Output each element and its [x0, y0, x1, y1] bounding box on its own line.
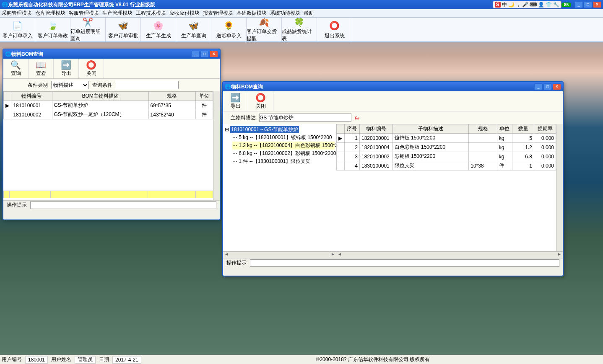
- ime-user-icon: 👤: [538, 2, 544, 8]
- toolbar-label-8: 成品缺货统计表: [282, 28, 317, 42]
- win2-row-0[interactable]: ▶11820100001镀锌板 1500*2200kg50.000: [337, 134, 556, 143]
- toolbar-button-0[interactable]: 📄客户订单录入: [0, 18, 35, 41]
- app-title: 东莞乐视自动化科技有限公司ERP生产管理系统 V8.01 行业超级版: [8, 1, 155, 8]
- col-material-code2[interactable]: 物料编号: [360, 124, 393, 134]
- toolbar-icon-4: 🌸: [153, 20, 164, 31]
- window1-toolbar: 🔍查询📖查看➡️导出⭕关闭: [3, 59, 220, 79]
- toolbar-icon-7: 🍂: [258, 17, 270, 27]
- toolbar-icon-5: 🦋: [188, 20, 200, 31]
- status-indicator: 85: [561, 3, 571, 7]
- toolbar-button-6[interactable]: 🌻送货单录入: [211, 18, 247, 41]
- win1-tb-0[interactable]: 🔍查询: [3, 59, 29, 78]
- window1-icon: 🌐: [5, 51, 11, 57]
- window1-maximize-button[interactable]: □: [200, 51, 209, 57]
- filter-cond-input[interactable]: [116, 81, 179, 89]
- window2-grid[interactable]: 序号 物料编号 子物料描述 规格 单位 数量 损耗率 ▶11820100001镀…: [336, 124, 563, 251]
- menu-item-9[interactable]: 帮助: [302, 10, 315, 17]
- filter-cond-label: 查询条件: [92, 82, 112, 89]
- ime-wrench-icon: 🔧: [553, 2, 559, 8]
- col-child-desc[interactable]: 子物料描述: [392, 124, 469, 134]
- toolbar-button-3[interactable]: 🦋客户订单审批: [106, 18, 141, 41]
- app-icon: 🌐: [2, 2, 8, 8]
- toolbar-button-9[interactable]: ⭕退出系统: [317, 18, 352, 41]
- col-qty[interactable]: 数量: [512, 124, 534, 134]
- menu-item-1[interactable]: 仓库管理模块: [34, 10, 67, 17]
- win1-row-1[interactable]: 1810100002GS-节能双炒一尾炉（120CM）143*82*40件: [4, 110, 213, 119]
- ime-toolbar[interactable]: S 中 🌙 ， 🎤 ⌨ 👤 👕 🔧: [493, 1, 561, 8]
- win2-tb-0[interactable]: ➡️导出: [223, 91, 248, 111]
- toolbar-icon-3: 🦋: [117, 20, 129, 31]
- toolbar-label-2: 订单进度明细查询: [70, 28, 105, 42]
- toolbar-button-2[interactable]: ✂️订单进度明细查询: [70, 18, 106, 41]
- menu-item-8[interactable]: 系统功能模块: [268, 10, 302, 17]
- col-unit[interactable]: 单位: [196, 92, 213, 101]
- win2-tb-label-0: 导出: [231, 103, 241, 110]
- win1-tb-2[interactable]: ➡️导出: [54, 59, 79, 78]
- col-seq[interactable]: 序号: [344, 124, 359, 134]
- col-unit2[interactable]: 单位: [497, 124, 512, 134]
- window2-title: 物料BOM查询: [231, 83, 263, 90]
- col-material-code[interactable]: 物料编号: [11, 92, 52, 101]
- col-spec2[interactable]: 规格: [469, 124, 497, 134]
- close-button[interactable]: ×: [593, 1, 601, 8]
- ime-mic-icon: 🎤: [522, 2, 528, 8]
- ime-shirt-icon: 👕: [546, 2, 552, 8]
- toolbar-button-8[interactable]: 🍀成品缺货统计表: [282, 18, 317, 41]
- tree-child-3[interactable]: ⋯ 1 件 --【1830100001】限位支架: [232, 157, 335, 165]
- win1-tb-3[interactable]: ⭕关闭: [79, 59, 104, 78]
- footer-userid-label: 用户编号: [2, 356, 22, 363]
- menu-item-0[interactable]: 采购管理模块: [0, 10, 34, 17]
- toolbar-button-1[interactable]: 🍃客户订单修改: [35, 18, 70, 41]
- window1-grid[interactable]: 物料编号 BOM主物料描述 规格 单位 ▶1810100001GS-节能单炒炉6…: [3, 91, 220, 200]
- tree-child-2[interactable]: ⋯ 6.8 kg --【1820100002】彩钢板 1500*2200: [232, 150, 335, 157]
- main-material-input[interactable]: [259, 114, 351, 122]
- tree-hscroll[interactable]: [223, 251, 336, 258]
- window1-vscroll[interactable]: [213, 91, 220, 200]
- win2-row-3[interactable]: 41830100001限位支架10*38件10.000: [337, 161, 556, 170]
- window2-maximize-button[interactable]: □: [543, 83, 552, 90]
- bom-query-window-2: 🌐 物料BOM查询 _ □ × ➡️导出⭕关闭 主物料描述 🗂 ⊟ 181010…: [222, 81, 564, 276]
- toolbar-button-5[interactable]: 🦋生产单查询: [176, 18, 211, 41]
- col-loss[interactable]: 损耗率: [534, 124, 556, 134]
- col-spec[interactable]: 规格: [148, 92, 195, 101]
- menu-item-2[interactable]: 客服管理模块: [67, 10, 101, 17]
- maximize-button[interactable]: □: [584, 1, 592, 8]
- ime-comma-icon: ，: [516, 1, 521, 8]
- col-bom-desc[interactable]: BOM主物料描述: [52, 92, 148, 101]
- filter-type-label: 条件类别: [28, 82, 48, 89]
- window1-title: 物料BOM查询: [11, 51, 43, 58]
- win2-tb-label-1: 关闭: [256, 103, 266, 110]
- tree-root[interactable]: ⊟ 1810100001→GS-节能单炒炉: [225, 126, 335, 134]
- window1-minimize-button[interactable]: _: [191, 51, 200, 57]
- toolbar-label-4: 生产单生成: [146, 32, 171, 39]
- lookup-icon[interactable]: 🗂: [355, 115, 360, 121]
- win1-tb-1[interactable]: 📖查看: [29, 59, 54, 78]
- win2-row-2[interactable]: 31820100002彩钢板 1500*2200kg6.80.000: [337, 152, 556, 161]
- toolbar-button-7[interactable]: 🍂客户订单交货提醒: [247, 18, 282, 41]
- toolbar-button-4[interactable]: 🌸生产单生成: [141, 18, 176, 41]
- menu-item-3[interactable]: 生产管理模块: [101, 10, 134, 17]
- window2-minimize-button[interactable]: _: [534, 83, 543, 90]
- window2-hscroll[interactable]: [336, 251, 563, 258]
- window1-statusbar: 操作提示: [3, 200, 220, 209]
- win2-tb-1[interactable]: ⭕关闭: [248, 91, 273, 111]
- menu-item-5[interactable]: 应收应付模块: [168, 10, 201, 17]
- main-material-label: 主物料描述: [231, 114, 256, 121]
- win2-row-1[interactable]: 21820100004白色彩钢板 1500*2200kg1.20.000: [337, 143, 556, 152]
- tree-child-1[interactable]: ⋯ 1.2 kg --【1820100004】白色彩钢板 1500*2200: [232, 142, 335, 150]
- win1-row-0[interactable]: ▶1810100001GS-节能单炒炉69*57*35件: [4, 101, 213, 110]
- tree-child-0[interactable]: ⋯ 5 kg --【1820100001】镀锌板 1500*2200: [232, 134, 335, 142]
- window2-vscroll[interactable]: [556, 124, 563, 251]
- window2-close-button[interactable]: ×: [553, 83, 561, 90]
- ime-s-icon: S: [495, 2, 501, 8]
- window2-titlebar: 🌐 物料BOM查询 _ □ ×: [223, 82, 563, 91]
- menu-item-6[interactable]: 报表管理模块: [201, 10, 235, 17]
- window1-close-button[interactable]: ×: [210, 51, 218, 57]
- menu-item-7[interactable]: 基础数据模块: [235, 10, 268, 17]
- menu-item-4[interactable]: 工程技术模块: [134, 10, 168, 17]
- window2-status-input[interactable]: [250, 259, 559, 267]
- window1-status-input[interactable]: [30, 201, 216, 209]
- minimize-button[interactable]: _: [574, 1, 583, 8]
- filter-type-select[interactable]: 物料描述: [51, 81, 89, 89]
- bom-tree[interactable]: ⊟ 1810100001→GS-节能单炒炉 ⋯ 5 kg --【18201000…: [223, 124, 336, 251]
